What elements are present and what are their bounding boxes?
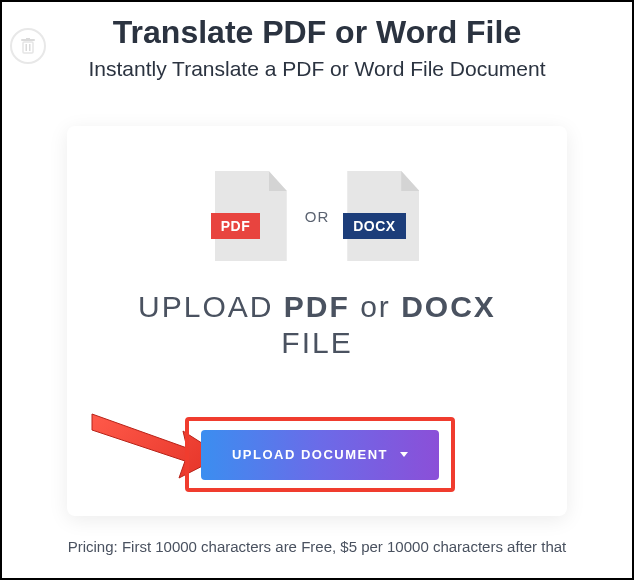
highlight-box: UPLOAD DOCUMENT <box>185 417 455 492</box>
upload-document-button[interactable]: UPLOAD DOCUMENT <box>201 430 439 480</box>
pricing-text: Pricing: First 10000 characters are Free… <box>2 538 632 555</box>
upload-card: PDF OR DOCX UPLOAD PDF or DOCX FILE UPLO… <box>67 126 567 516</box>
docx-file-icon: DOCX <box>347 171 419 261</box>
svg-rect-4 <box>29 44 31 51</box>
upload-heading: UPLOAD PDF or DOCX FILE <box>67 289 567 361</box>
page-title: Translate PDF or Word File <box>2 14 632 51</box>
pdf-label: PDF <box>211 213 261 239</box>
upload-button-label: UPLOAD DOCUMENT <box>232 447 388 462</box>
close-button[interactable] <box>10 28 46 64</box>
page-subtitle: Instantly Translate a PDF or Word File D… <box>2 57 632 81</box>
docx-label: DOCX <box>343 213 405 239</box>
svg-rect-3 <box>26 44 28 51</box>
svg-rect-2 <box>26 38 30 40</box>
pdf-file-icon: PDF <box>215 171 287 261</box>
svg-rect-0 <box>23 42 33 53</box>
chevron-down-icon <box>400 452 408 457</box>
close-icon <box>21 38 35 54</box>
or-separator: OR <box>305 208 330 225</box>
file-icons-row: PDF OR DOCX <box>67 171 567 261</box>
